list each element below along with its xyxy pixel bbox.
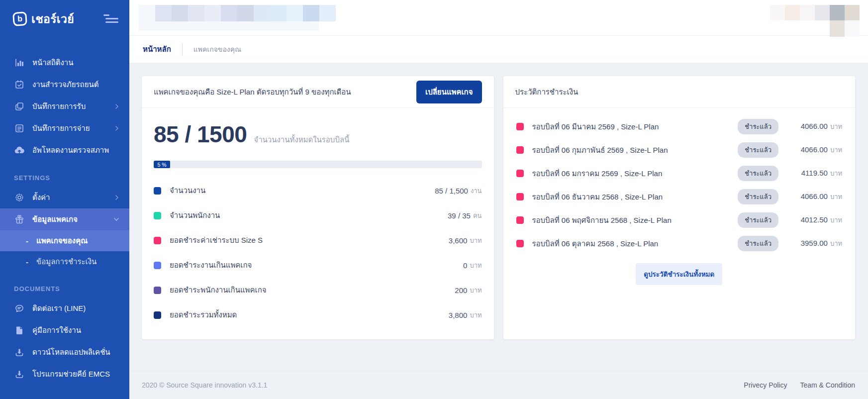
legend-unit: งาน — [471, 186, 482, 196]
sidebar-item-label: อัพโหลดงานตรวจสภาพ — [32, 144, 119, 156]
redacted-user-info — [139, 5, 336, 21]
sidebar-item-emcs-helper[interactable]: โปรแกรมช่วยคีย์ EMCS — [0, 363, 129, 385]
legend-unit: คน — [473, 210, 482, 221]
status-badge: ชำระแล้ว — [738, 189, 778, 204]
terms-link[interactable]: Team & Condition — [800, 381, 855, 389]
usage-legend: จำนวนงาน 85 / 1,500 งาน จำนวนพนักงาน 39 … — [154, 178, 482, 327]
copyright-text: 2020 © Source Square innovation v3.1.1 — [142, 381, 267, 389]
status-badge: ชำระแล้ว — [738, 142, 778, 158]
payment-amount: 4012.50บาท — [786, 215, 842, 225]
legend-label: จำนวนพนักงาน — [170, 209, 448, 221]
chat-icon — [14, 303, 25, 313]
payment-row: รอบบิลที่ 06 ตุลาคม 2568 , Size-L Plan ช… — [516, 232, 843, 255]
change-package-button[interactable]: เปลี่ยนแพคเกจ — [416, 81, 482, 103]
legend-color-swatch — [154, 237, 161, 244]
payment-row: รอบบิลที่ 06 มกราคม 2569 , Size-L Plan ช… — [516, 162, 843, 185]
payment-bullet — [516, 146, 524, 154]
sidebar-item-label: บันทึกรายการรับ — [32, 100, 114, 112]
payment-title: รอบบิลที่ 06 ตุลาคม 2568 , Size-L Plan — [532, 238, 738, 250]
redacted-profile — [770, 5, 860, 20]
payment-amount: 3959.00บาท — [786, 238, 842, 249]
download-icon — [14, 347, 25, 357]
sidebar-item-label: บันทึกรายการจ่าย — [32, 122, 114, 134]
payment-amount: 4066.00บาท — [786, 121, 842, 132]
sidebar-subitem-label: แพคเกจของคุณ — [36, 235, 88, 247]
payment-card-body: รอบบิลที่ 06 มีนาคม 2569 , Size-L Plan ช… — [503, 108, 856, 295]
legend-value: 0 — [463, 261, 467, 270]
legend-label: ยอดชำระค่าเช่าระบบ Size S — [170, 234, 449, 246]
menu-toggle-icon[interactable] — [103, 13, 118, 24]
sidebar-item-car-survey[interactable]: งานสำรวจภัยรถยนต์ — [0, 74, 129, 96]
payment-amount: 4119.50บาท — [786, 168, 842, 179]
breadcrumb-current-page: แพคเกจของคุณ — [193, 44, 241, 55]
legend-label: จำนวนงาน — [170, 185, 435, 197]
payment-bullet — [516, 216, 524, 224]
copy-icon — [14, 101, 25, 111]
legend-value: 39 / 35 — [448, 211, 471, 220]
sidebar-item-income-records[interactable]: บันทึกรายการรับ — [0, 96, 129, 117]
sidebar-item-settings[interactable]: ตั้งค่า — [0, 187, 129, 208]
privacy-policy-link[interactable]: Privecy Policy — [744, 381, 787, 389]
payment-row: รอบบิลที่ 06 ธันวาคม 2568 , Size-L Plan … — [516, 185, 843, 208]
sidebar-item-label: คู่มือการใช้งาน — [32, 324, 119, 336]
dash-bullet: - — [26, 258, 28, 266]
status-badge: ชำระแล้ว — [738, 166, 778, 181]
legend-value: 3,800 — [449, 311, 468, 319]
sidebar-item-user-manual[interactable]: คู่มือการใช้งาน — [0, 319, 129, 341]
bar-chart-icon — [14, 58, 25, 68]
legend-color-swatch — [154, 311, 161, 319]
view-all-payments-button[interactable]: ดูประวัติชำระเงินทั้งหมด — [636, 263, 722, 285]
payment-bullet — [516, 123, 524, 130]
sidebar-item-contact-line[interactable]: ติดต่อเรา (LINE) — [0, 298, 129, 319]
usage-card-title: แพคเกจของคุณคือ Size-L Plan ตัดรอบทุกวัน… — [154, 86, 351, 98]
payment-row: รอบบิลที่ 06 พฤศจิกายน 2568 , Size-L Pla… — [516, 208, 843, 232]
breadcrumb-home-link[interactable]: หน้าหลัก — [143, 43, 171, 55]
usage-progress-fill: 5 % — [154, 161, 170, 168]
legend-color-swatch — [154, 212, 161, 219]
sidebar-item-label: งานสำรวจภัยรถยนต์ — [32, 79, 119, 91]
redacted-strip — [139, 21, 319, 30]
content-body: แพคเกจของคุณคือ Size-L Plan ตัดรอบทุกวัน… — [129, 63, 868, 371]
chevron-right-icon — [114, 195, 119, 200]
payment-amount: 4066.00บาท — [786, 192, 842, 202]
chevron-right-icon — [114, 125, 119, 131]
legend-row: จำนวนงาน 85 / 1,500 งาน — [154, 178, 482, 203]
sidebar-subitem-payment-info[interactable]: - ข้อมูลการชำระเงิน — [0, 251, 129, 272]
app-window: b เชอร์เวย์ หน้าสถิติงาน งานสำรวจภัยรถยน… — [0, 0, 868, 399]
sidebar-item-stats[interactable]: หน้าสถิติงาน — [0, 52, 129, 74]
usage-progress-bar: 5 % — [154, 161, 482, 168]
sidebar-item-expense-records[interactable]: บันทึกรายการจ่าย — [0, 117, 129, 139]
status-badge: ชำระแล้ว — [738, 119, 778, 134]
usage-big-label: จำนวนงานทั้งหมดในรอบบิลนี้ — [254, 134, 349, 146]
gift-icon — [14, 214, 25, 224]
breadcrumb: หน้าหลัก แพคเกจของคุณ — [129, 36, 868, 63]
download-icon — [14, 369, 25, 379]
calendar-check-icon — [14, 80, 25, 90]
breadcrumb-divider — [182, 43, 183, 56]
payment-title: รอบบิลที่ 06 มกราคม 2569 , Size-L Plan — [532, 168, 738, 180]
payment-bullet — [516, 193, 524, 200]
app-logo-text[interactable]: เชอร์เวย์ — [31, 10, 103, 28]
list-icon — [14, 123, 25, 133]
payment-title: รอบบิลที่ 06 พฤศจิกายน 2568 , Size-L Pla… — [532, 214, 738, 226]
status-badge: ชำระแล้ว — [738, 212, 778, 228]
sidebar-item-download-app[interactable]: ดาวน์โหลดแอปพลิเคชั่น — [0, 341, 129, 363]
sidebar-item-upload-inspection[interactable]: อัพโหลดงานตรวจสภาพ — [0, 139, 129, 161]
legend-label: ยอดชำระพนักงานเกินแพคเกจ — [170, 284, 455, 296]
sidebar-nav: หน้าสถิติงาน งานสำรวจภัยรถยนต์ บันทึกราย… — [0, 52, 129, 385]
sidebar-item-package-info[interactable]: ข้อมูลแพคเกจ — [0, 208, 129, 230]
sidebar-subitem-your-package[interactable]: - แพคเกจของคุณ — [0, 230, 129, 251]
legend-color-swatch — [154, 187, 161, 195]
sidebar-header: b เชอร์เวย์ — [0, 0, 129, 38]
legend-unit: บาท — [470, 310, 482, 320]
payment-card-header: ประวัติการชำระเงิน — [503, 76, 856, 108]
dash-bullet: - — [26, 237, 28, 245]
package-usage-card: แพคเกจของคุณคือ Size-L Plan ตัดรอบทุกวัน… — [142, 76, 494, 339]
sidebar-subitem-label: ข้อมูลการชำระเงิน — [36, 256, 96, 268]
usage-big-value: 85 / 1500 — [154, 121, 247, 148]
gear-icon — [14, 193, 25, 202]
legend-unit: บาท — [470, 235, 482, 246]
chevron-down-icon — [113, 217, 119, 222]
payment-amount: 4066.00บาท — [786, 145, 842, 155]
payment-bullet — [516, 240, 524, 247]
